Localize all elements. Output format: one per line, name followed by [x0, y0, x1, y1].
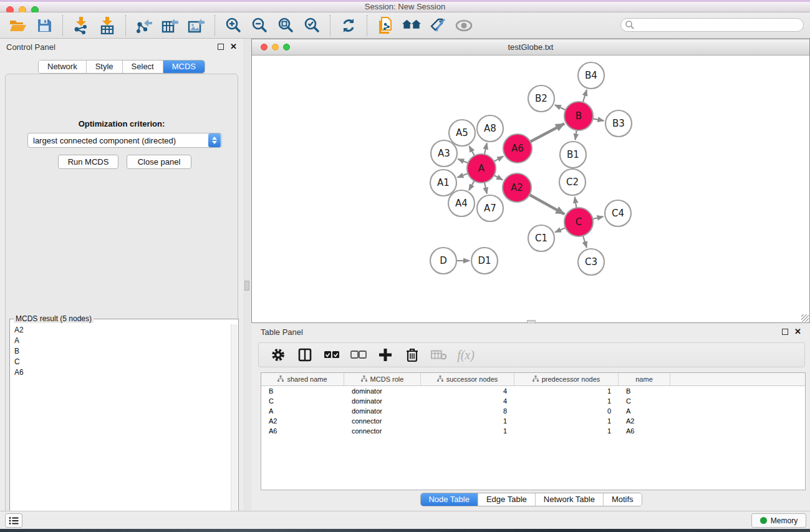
edge-C-C2[interactable] — [575, 197, 577, 209]
table-cell[interactable]: 1 — [514, 416, 619, 426]
node-B4[interactable]: B4 — [578, 62, 604, 89]
refresh-icon[interactable] — [339, 17, 358, 34]
maximize-network-window-button[interactable] — [283, 44, 290, 51]
edge-C-C3[interactable] — [583, 235, 587, 248]
table-cell[interactable]: 1 — [514, 426, 619, 436]
table-row[interactable]: Adominator80A — [261, 406, 805, 416]
table-cell[interactable]: 0 — [514, 406, 619, 416]
node-B3[interactable]: B3 — [605, 110, 632, 137]
table-cell[interactable]: A6 — [619, 426, 670, 436]
tab-mcds[interactable]: MCDS — [163, 60, 205, 73]
zoom-selected-icon[interactable] — [302, 17, 321, 34]
select-all-rows-icon[interactable] — [324, 347, 340, 363]
open-session-icon[interactable] — [9, 17, 27, 34]
result-list-item[interactable]: C — [11, 356, 231, 367]
table-cell[interactable]: 1 — [514, 396, 619, 406]
create-column-plus-icon[interactable] — [377, 347, 393, 363]
run-mcds-button[interactable]: Run MCDS — [58, 155, 118, 169]
search-field[interactable] — [620, 18, 804, 32]
tab-select[interactable]: Select — [123, 60, 163, 73]
table-cell[interactable]: dominator — [344, 386, 421, 396]
node-A3[interactable]: A3 — [431, 140, 457, 167]
save-session-icon[interactable] — [35, 17, 54, 34]
table-body[interactable]: Bdominator41BCdominator41CAdominator80AA… — [261, 386, 805, 436]
tab-style[interactable]: Style — [87, 60, 123, 73]
table-cell[interactable]: B — [619, 386, 670, 396]
delete-column-trash-icon[interactable] — [404, 347, 420, 363]
edge-A-A1[interactable] — [457, 173, 468, 178]
edge-A2-C[interactable] — [529, 195, 564, 215]
node-A4[interactable]: A4 — [448, 190, 475, 216]
edge-C-C4[interactable] — [592, 216, 603, 219]
network-window-titlebar[interactable]: testGlobe.txt — [252, 39, 809, 56]
table-cell[interactable]: dominator — [344, 396, 421, 406]
tab-edge-table[interactable]: Edge Table — [478, 493, 536, 506]
minimize-network-window-button[interactable] — [272, 44, 279, 51]
node-A2[interactable]: A2 — [503, 173, 531, 202]
mcds-result-list[interactable]: A2ABCA6 — [11, 324, 231, 532]
table-cell[interactable]: 1 — [514, 386, 619, 396]
clone-network-icon[interactable] — [376, 17, 395, 34]
node-B1[interactable]: B1 — [560, 142, 586, 168]
zoom-in-icon[interactable] — [224, 17, 243, 34]
close-panel-icon[interactable]: ✕ — [230, 44, 237, 50]
edge-A-A8[interactable] — [485, 143, 487, 155]
table-cell[interactable]: 1 — [421, 416, 514, 426]
table-cell[interactable]: A2 — [261, 416, 344, 426]
table-cell[interactable]: 4 — [421, 386, 514, 396]
import-table-icon[interactable] — [98, 17, 117, 34]
zoom-out-icon[interactable] — [250, 17, 269, 34]
edge-A-A4[interactable] — [469, 180, 475, 190]
node-C4[interactable]: C4 — [605, 200, 631, 226]
table-cell[interactable]: A2 — [619, 416, 670, 426]
node-C2[interactable]: C2 — [559, 169, 586, 195]
tab-node-table[interactable]: Node Table — [420, 493, 478, 506]
network-graph[interactable]: B4B2BB3A8A5A6A3B1AC2A1A2A4A7C4CC1C3DD1 — [252, 56, 809, 322]
network-canvas[interactable]: B4B2BB3A8A5A6A3B1AC2A1A2A4A7C4CC1C3DD1 — [252, 56, 809, 322]
export-image-icon[interactable] — [187, 17, 206, 34]
export-network-icon[interactable] — [135, 17, 153, 34]
table-cell[interactable]: 1 — [421, 426, 514, 436]
node-D1[interactable]: D1 — [471, 248, 498, 274]
table-cell[interactable]: A — [619, 406, 670, 416]
result-list-item[interactable]: B — [11, 346, 231, 356]
table-row[interactable]: A6connector11A6 — [261, 426, 805, 436]
column-header-shared-name[interactable]: shared name — [261, 373, 344, 385]
column-header-successor-nodes[interactable]: successor nodes — [421, 373, 514, 385]
result-list-item[interactable]: A6 — [11, 367, 231, 377]
float-table-panel-icon[interactable] — [782, 329, 788, 335]
edge-B-B1[interactable] — [575, 130, 576, 140]
node-A5[interactable]: A5 — [449, 120, 475, 146]
export-table-icon[interactable] — [161, 17, 180, 34]
criterion-dropdown[interactable]: largest connected component (directed) — [27, 133, 222, 148]
tab-motifs[interactable]: Motifs — [604, 493, 642, 506]
node-A8[interactable]: A8 — [477, 115, 503, 142]
window-resize-grip[interactable] — [801, 314, 809, 322]
deselect-all-rows-icon[interactable] — [350, 347, 367, 363]
table-header-row[interactable]: shared nameMCDS rolesuccessor nodesprede… — [261, 373, 805, 386]
column-header-predecessor-nodes[interactable]: predecessor nodes — [514, 373, 619, 385]
result-scrollbar[interactable] — [231, 324, 238, 532]
result-list-item[interactable]: A2 — [11, 324, 231, 335]
table-cell[interactable]: connector — [344, 426, 421, 436]
node-A[interactable]: A — [467, 154, 496, 183]
node-A1[interactable]: A1 — [430, 170, 456, 196]
table-cell[interactable]: 8 — [421, 406, 514, 416]
home-icon[interactable] — [402, 17, 421, 34]
show-columns-icon[interactable] — [297, 347, 313, 363]
hide-labels-icon[interactable] — [428, 17, 447, 34]
search-input[interactable] — [635, 19, 803, 31]
float-panel-icon[interactable] — [218, 44, 224, 50]
show-graphics-details-icon[interactable] — [455, 17, 473, 34]
node-table[interactable]: shared nameMCDS rolesuccessor nodesprede… — [261, 372, 806, 490]
edge-B-B2[interactable] — [555, 105, 566, 110]
table-cell[interactable]: connector — [344, 416, 421, 426]
table-cell[interactable]: A6 — [261, 426, 344, 436]
import-network-icon[interactable] — [72, 17, 90, 34]
table-cell[interactable]: C — [261, 396, 344, 406]
result-list-item[interactable]: A — [11, 335, 231, 346]
table-row[interactable]: A2connector11A2 — [261, 416, 805, 426]
edge-B-B4[interactable] — [582, 90, 586, 103]
node-C1[interactable]: C1 — [528, 225, 554, 251]
node-C[interactable]: C — [564, 208, 593, 236]
